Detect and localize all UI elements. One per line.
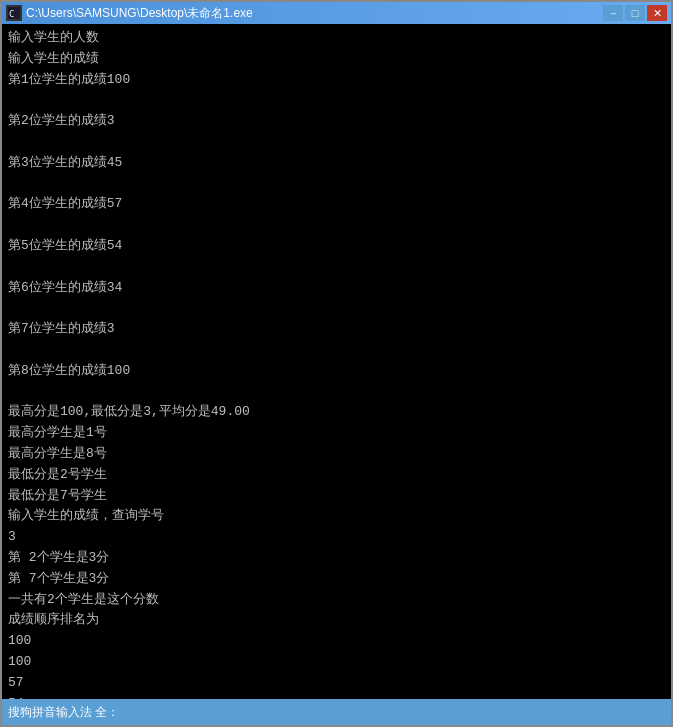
console-text-block: 输入学生的人数输入学生的成绩第1位学生的成绩100 第2位学生的成绩3 第3位学… [8,28,665,699]
console-line [8,298,665,319]
minimize-button[interactable]: － [603,5,623,21]
console-line: 第3位学生的成绩45 [8,153,665,174]
window-title: C:\Users\SAMSUNG\Desktop\未命名1.exe [26,5,253,22]
console-line [8,90,665,111]
console-line: 第5位学生的成绩54 [8,236,665,257]
console-line [8,382,665,403]
console-line: 3 [8,527,665,548]
console-line: 第7位学生的成绩3 [8,319,665,340]
console-line: 100 [8,631,665,652]
console-line [8,340,665,361]
window-controls: － □ ✕ [603,5,667,21]
console-line [8,132,665,153]
close-button[interactable]: ✕ [647,5,667,21]
console-line: 最高分学生是1号 [8,423,665,444]
console-line: 最高分学生是8号 [8,444,665,465]
console-output: 输入学生的人数输入学生的成绩第1位学生的成绩100 第2位学生的成绩3 第3位学… [2,24,671,699]
console-line: 54 [8,694,665,700]
console-line: 第 7个学生是3分 [8,569,665,590]
main-window: C C:\Users\SAMSUNG\Desktop\未命名1.exe － □ … [0,0,673,727]
title-bar: C C:\Users\SAMSUNG\Desktop\未命名1.exe － □ … [2,2,671,24]
svg-text:C: C [9,9,14,19]
maximize-button[interactable]: □ [625,5,645,21]
ime-status: 搜狗拼音输入法 全： [8,704,119,721]
console-line: 第1位学生的成绩100 [8,70,665,91]
console-line: 第8位学生的成绩100 [8,361,665,382]
console-line: 100 [8,652,665,673]
console-line: 一共有2个学生是这个分数 [8,590,665,611]
console-line [8,174,665,195]
console-line: 输入学生的人数 [8,28,665,49]
title-bar-left: C C:\Users\SAMSUNG\Desktop\未命名1.exe [6,5,253,22]
console-line [8,215,665,236]
console-line: 最高分是100,最低分是3,平均分是49.00 [8,402,665,423]
console-line: 第4位学生的成绩57 [8,194,665,215]
console-line [8,257,665,278]
console-line: 成绩顺序排名为 [8,610,665,631]
console-line: 最低分是2号学生 [8,465,665,486]
console-line: 第2位学生的成绩3 [8,111,665,132]
terminal-icon: C [6,5,22,21]
console-line: 输入学生的成绩，查询学号 [8,506,665,527]
console-line: 输入学生的成绩 [8,49,665,70]
status-bar: 搜狗拼音输入法 全： [2,699,671,725]
console-line: 最低分是7号学生 [8,486,665,507]
console-line: 第 2个学生是3分 [8,548,665,569]
console-line: 第6位学生的成绩34 [8,278,665,299]
console-line: 57 [8,673,665,694]
